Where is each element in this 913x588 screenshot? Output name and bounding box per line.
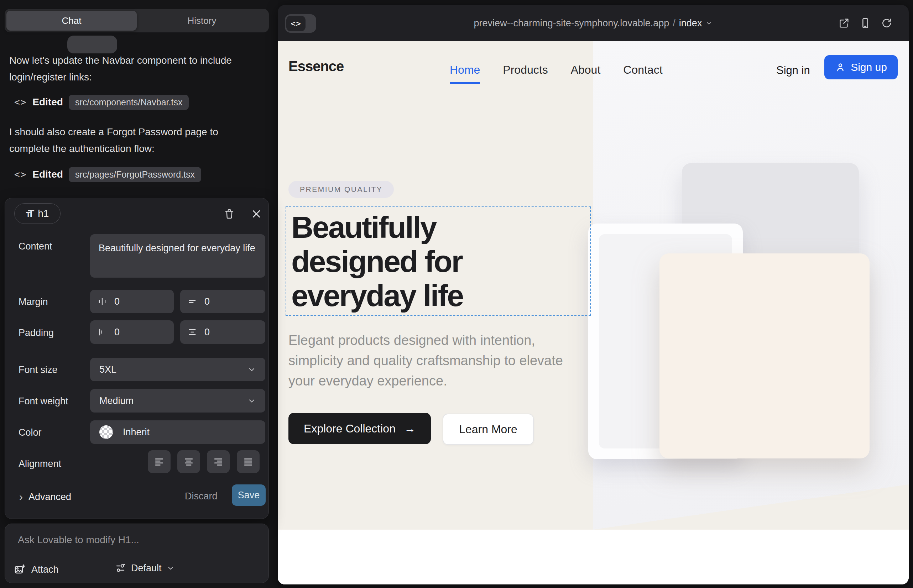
- nav-link-contact[interactable]: Contact: [623, 63, 662, 84]
- code-icon: <>: [14, 169, 27, 180]
- assistant-message: Now let's update the Navbar component to…: [9, 52, 261, 86]
- align-right-icon: [213, 456, 223, 467]
- sign-in-link[interactable]: Sign in: [776, 64, 810, 77]
- close-panel-button[interactable]: [250, 207, 263, 220]
- hero-heading[interactable]: Beautifully designed for everyday life: [291, 210, 463, 312]
- content-input[interactable]: Beautifully designed for everyday life: [90, 234, 265, 278]
- typography-icon: TT: [26, 208, 34, 220]
- browser-chrome: <> preview--charming-site-symphony.lovab…: [278, 5, 909, 41]
- chat-history-tabs: Chat History: [5, 9, 269, 32]
- align-left-button[interactable]: [148, 450, 170, 473]
- padding-x-field[interactable]: [90, 320, 174, 344]
- nav-link-about[interactable]: About: [571, 63, 601, 84]
- file-action-label: Edited: [32, 97, 63, 108]
- margin-y-icon: [187, 297, 197, 307]
- padding-y-icon: [187, 327, 197, 337]
- url-bar[interactable]: preview--charming-site-symphony.lovable.…: [278, 5, 909, 41]
- padding-x-icon: [97, 327, 107, 337]
- mobile-view-button[interactable]: [860, 18, 871, 29]
- margin-label: Margin: [18, 297, 48, 307]
- font-size-label: Font size: [18, 365, 58, 375]
- url-page: index: [679, 18, 702, 29]
- refresh-button[interactable]: [881, 18, 892, 29]
- chevron-down-icon: [167, 564, 175, 572]
- color-swatch: [99, 425, 113, 439]
- save-button[interactable]: Save: [232, 485, 265, 506]
- sliders-icon: [115, 562, 126, 574]
- sign-up-button[interactable]: Sign up: [824, 55, 898, 79]
- margin-x-input[interactable]: [113, 296, 146, 307]
- font-weight-select[interactable]: Medium: [90, 389, 265, 412]
- font-weight-label: Font weight: [18, 396, 68, 407]
- site-page: Essence Home Products About Contact Sign…: [278, 41, 909, 585]
- color-label: Color: [18, 427, 42, 438]
- align-justify-icon: [243, 456, 254, 467]
- chevron-down-icon: [248, 396, 256, 405]
- user-icon: [835, 62, 846, 73]
- url-host: preview--charming-site-symphony.lovable.…: [474, 18, 669, 29]
- padding-label: Padding: [18, 328, 54, 339]
- nav-link-products[interactable]: Products: [503, 63, 548, 84]
- advanced-label: Advanced: [29, 491, 71, 502]
- arrow-right-icon: →: [404, 422, 416, 435]
- nav-link-home[interactable]: Home: [450, 63, 480, 84]
- site-navbar: Essence Home Products About Contact Sign…: [278, 41, 909, 95]
- learn-more-button[interactable]: Learn More: [443, 414, 534, 445]
- chevron-down-icon: [706, 19, 712, 27]
- font-size-value: 5XL: [99, 364, 117, 375]
- mode-label: Default: [131, 563, 162, 574]
- element-editor-panel: TT h1 Content Beautifully designed for e…: [5, 198, 269, 519]
- chevron-down-icon: [248, 365, 256, 374]
- align-center-button[interactable]: [177, 450, 200, 473]
- attach-label: Attach: [31, 564, 59, 575]
- assistant-message: I should also create a Forgot Password p…: [9, 123, 261, 157]
- color-value: Inherit: [123, 427, 149, 438]
- element-tag-pill[interactable]: TT h1: [14, 203, 60, 224]
- align-center-icon: [183, 456, 194, 467]
- edited-file-row: <> Edited src/pages/ForgotPassword.tsx: [14, 166, 201, 183]
- alignment-label: Alignment: [18, 459, 61, 470]
- close-icon: [251, 208, 262, 219]
- page-footer-strip: [278, 530, 909, 585]
- content-label: Content: [18, 241, 52, 252]
- color-field[interactable]: Inherit: [90, 420, 265, 444]
- premium-badge: PREMIUM QUALITY: [288, 181, 394, 198]
- margin-x-icon: [97, 297, 107, 307]
- hero-paragraph: Elegant products designed with intention…: [288, 330, 578, 391]
- tab-chat[interactable]: Chat: [6, 11, 137, 31]
- align-justify-button[interactable]: [237, 450, 260, 473]
- padding-y-field[interactable]: [180, 320, 265, 344]
- margin-y-field[interactable]: [180, 290, 265, 313]
- composer-input[interactable]: [17, 534, 245, 546]
- padding-x-input[interactable]: [113, 326, 146, 338]
- browser-preview: <> preview--charming-site-symphony.lovab…: [278, 5, 909, 585]
- delete-element-button[interactable]: [223, 207, 236, 220]
- padding-y-input[interactable]: [204, 326, 236, 338]
- margin-x-field[interactable]: [90, 290, 174, 313]
- code-icon: <>: [14, 97, 27, 108]
- discard-button[interactable]: Discard: [185, 491, 218, 502]
- scrolled-chip: [67, 36, 117, 53]
- element-tag-label: h1: [38, 208, 49, 219]
- attach-button[interactable]: Attach: [13, 564, 59, 575]
- align-right-button[interactable]: [207, 450, 230, 473]
- attach-image-icon: [13, 564, 26, 575]
- advanced-toggle[interactable]: › Advanced: [19, 491, 71, 503]
- font-size-select[interactable]: 5XL: [90, 358, 265, 381]
- margin-y-input[interactable]: [204, 296, 236, 307]
- font-weight-value: Medium: [99, 396, 134, 407]
- align-left-icon: [154, 456, 165, 467]
- mode-dropdown[interactable]: Default: [115, 562, 175, 574]
- explore-collection-button[interactable]: Explore Collection →: [288, 413, 431, 444]
- file-path-chip[interactable]: src/components/Navbar.tsx: [69, 95, 189, 110]
- explore-collection-label: Explore Collection: [304, 422, 396, 435]
- tab-history[interactable]: History: [137, 11, 267, 31]
- file-path-chip[interactable]: src/pages/ForgotPassword.tsx: [69, 167, 201, 182]
- file-action-label: Edited: [32, 169, 63, 180]
- url-separator: /: [673, 18, 675, 29]
- open-external-button[interactable]: [838, 18, 850, 29]
- chevron-right-icon: ›: [19, 491, 23, 503]
- decor-card-beige: [659, 254, 869, 459]
- edited-file-row: <> Edited src/components/Navbar.tsx: [14, 94, 189, 110]
- site-logo[interactable]: Essence: [288, 58, 344, 74]
